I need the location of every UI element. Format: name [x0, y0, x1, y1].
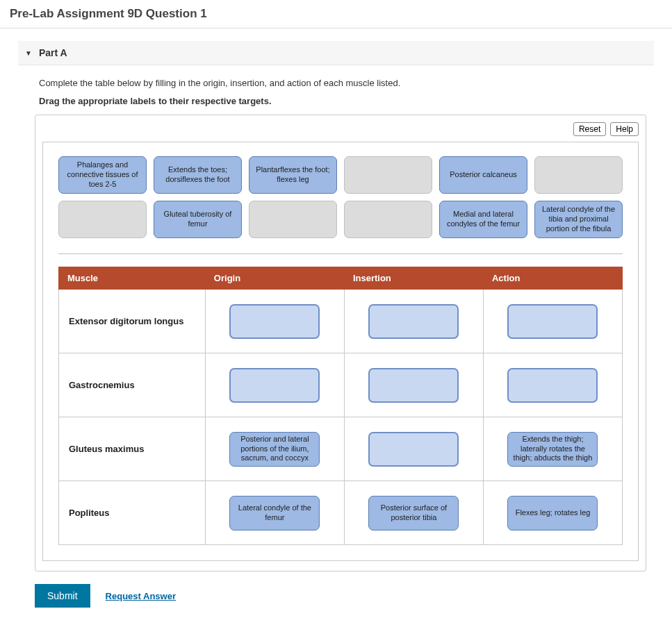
submit-button[interactable]: Submit: [35, 584, 90, 608]
table-row: Gastrocnemius: [59, 353, 623, 417]
muscle-name-cell: Popliteus: [59, 481, 206, 545]
draggable-label[interactable]: Gluteal tuberosity of femur: [154, 201, 242, 238]
request-answer-link[interactable]: Request Answer: [106, 591, 176, 601]
col-muscle: Muscle: [59, 267, 206, 290]
insertion-cell: [344, 290, 483, 353]
origin-cell: [205, 290, 344, 353]
placed-label[interactable]: Posterior surface of posterior tibia: [368, 496, 459, 531]
drag-stage: Phalanges and connective tissues of toes…: [42, 142, 639, 561]
empty-label-slot: [344, 156, 432, 194]
part-label: Part A: [39, 47, 67, 58]
placed-label[interactable]: Posterior and lateral portions of the il…: [229, 432, 320, 467]
muscle-name-cell: Gastrocnemius: [59, 353, 206, 417]
muscle-table: Muscle Origin Insertion Action Extensor …: [58, 267, 623, 545]
origin-cell: Lateral condyle of the femur: [205, 481, 344, 545]
draggable-label[interactable]: Medial and lateral condyles of the femur: [439, 201, 527, 238]
drop-target[interactable]: [368, 432, 459, 467]
origin-cell: Posterior and lateral portions of the il…: [205, 417, 344, 481]
draggable-label[interactable]: Extends the toes; dorsiflexes the foot: [154, 156, 242, 194]
reset-button[interactable]: Reset: [573, 122, 606, 136]
action-cell: [483, 290, 622, 353]
action-cell: [483, 353, 622, 417]
drop-target[interactable]: [368, 304, 459, 339]
drop-target[interactable]: [368, 368, 459, 403]
origin-cell: [205, 353, 344, 417]
action-cell: Flexes leg; rotates leg: [483, 481, 622, 545]
content-area: ▼ Part A Complete the table below by fil…: [0, 28, 672, 618]
label-bank: Phalanges and connective tissues of toes…: [58, 156, 623, 238]
insertion-cell: Posterior surface of posterior tibia: [344, 481, 483, 545]
intro-text: Complete the table below by filling in t…: [39, 78, 400, 88]
draggable-label[interactable]: Posterior calcaneus: [439, 156, 527, 194]
placed-label[interactable]: Flexes leg; rotates leg: [507, 496, 598, 531]
footer-row: Submit Request Answer: [35, 584, 654, 608]
drop-target[interactable]: [507, 368, 598, 403]
draggable-label[interactable]: Lateral condyle of the tibia and proxima…: [534, 201, 623, 238]
draggable-label[interactable]: Plantarflexes the foot; flexes leg: [249, 156, 337, 194]
help-button[interactable]: Help: [610, 122, 639, 136]
placed-label[interactable]: Extends the thigh; laterally rotates the…: [507, 432, 598, 467]
table-row: Extensor digitorum longus: [59, 290, 623, 353]
insertion-cell: [344, 417, 483, 481]
table-row: PopliteusLateral condyle of the femurPos…: [59, 481, 623, 545]
bank-table-separator: [58, 253, 623, 254]
col-insertion: Insertion: [344, 267, 483, 290]
part-header[interactable]: ▼ Part A: [18, 41, 654, 65]
drop-target[interactable]: [229, 304, 320, 339]
empty-label-slot: [58, 201, 147, 238]
empty-label-slot: [534, 156, 623, 194]
draggable-label[interactable]: Phalanges and connective tissues of toes…: [58, 156, 147, 194]
drag-hint: Drag the appropriate labels to their res…: [39, 94, 654, 108]
empty-label-slot: [249, 201, 337, 238]
page-title: Pre-Lab Assignment 9D Question 1: [0, 0, 672, 28]
muscle-name-cell: Gluteus maximus: [59, 417, 206, 481]
drop-target[interactable]: [507, 304, 598, 339]
activity-canvas: Reset Help Phalanges and connective tiss…: [35, 115, 646, 571]
placed-label[interactable]: Lateral condyle of the femur: [229, 496, 320, 531]
insertion-cell: [344, 353, 483, 417]
col-action: Action: [483, 267, 622, 290]
action-cell: Extends the thigh; laterally rotates the…: [483, 417, 622, 481]
drop-target[interactable]: [229, 368, 320, 403]
table-row: Gluteus maximusPosterior and lateral por…: [59, 417, 623, 481]
empty-label-slot: [344, 201, 432, 238]
muscle-name-cell: Extensor digitorum longus: [59, 290, 206, 353]
col-origin: Origin: [205, 267, 344, 290]
collapse-triangle-icon[interactable]: ▼: [25, 49, 32, 57]
instructions: Complete the table below by filling in t…: [18, 76, 654, 108]
